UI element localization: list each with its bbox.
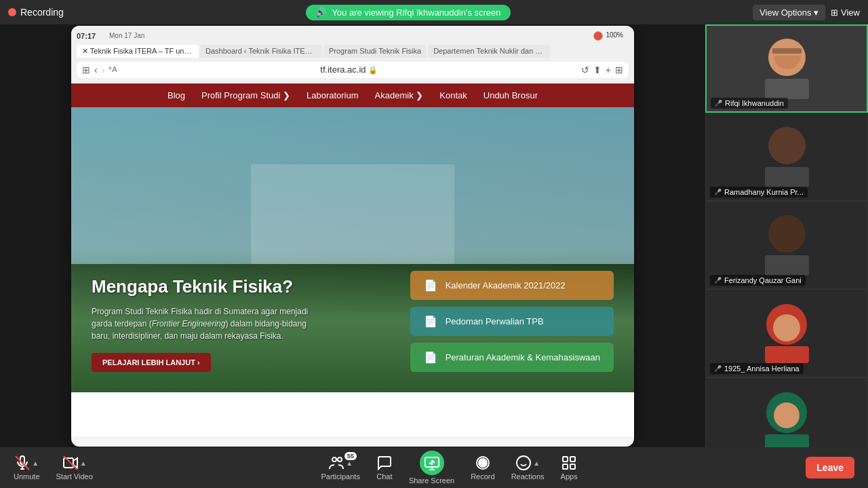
apps-label: Apps xyxy=(561,472,578,481)
svg-rect-20 xyxy=(570,464,575,469)
browser-frame: 07:17 Mon 17 Jan 100% ✕ Teknik Fisika IT… xyxy=(71,26,634,447)
browser-tab-3[interactable]: Program Studi Teknik Fisika xyxy=(323,45,427,58)
hero-section: Mengapa Teknik Fisika? Program Studi Tek… xyxy=(71,107,634,392)
nav-blog[interactable]: Blog xyxy=(167,90,185,100)
battery-percent: 100% xyxy=(606,31,623,41)
chat-label: Chat xyxy=(376,472,392,481)
video-expand-icon[interactable]: ▲ xyxy=(80,459,87,467)
people-icon xyxy=(328,455,344,471)
card-kalender[interactable]: 📄 Kalender Akademik 2021/2022 xyxy=(410,271,614,300)
url-bar[interactable]: tf.itera.ac.id 🔒 xyxy=(121,64,577,75)
card-peraturan[interactable]: 📄 Peraturan Akademik & Kemahasiswaan xyxy=(410,343,614,372)
record-label: Record xyxy=(471,472,494,481)
apps-button[interactable]: Apps xyxy=(561,455,578,481)
browser-time: 07:17 xyxy=(77,32,104,40)
reactions-button[interactable]: ▲ Reactions xyxy=(511,455,545,481)
svg-rect-4 xyxy=(64,458,73,468)
participant-card-rifqi: 🎤 Rifqi Ikhwanuddin xyxy=(705,24,868,113)
website-content: Blog Profil Program Studi ❯ Laboratorium… xyxy=(71,83,634,436)
apps-icon xyxy=(561,455,577,471)
site-navigation: Blog Profil Program Studi ❯ Laboratorium… xyxy=(71,83,634,107)
speaker-icon: 🔊 xyxy=(315,7,326,18)
nav-brosur[interactable]: Unduh Brosur xyxy=(484,90,538,100)
participants-expand-icon[interactable]: ▲ xyxy=(346,459,353,467)
share-screen-icon-wrap xyxy=(420,451,444,475)
record-icon-wrap xyxy=(475,455,491,471)
chat-icon-wrap xyxy=(376,455,393,471)
font-size-control[interactable]: ᴬA xyxy=(108,65,117,74)
unmute-expand-icon[interactable]: ▲ xyxy=(32,459,39,467)
mic-muted-icon-3: 🎤 xyxy=(714,277,722,284)
back-icon[interactable]: ‹ xyxy=(94,64,98,75)
chat-icon xyxy=(376,455,393,471)
chat-button[interactable]: Chat xyxy=(376,455,393,481)
lock-icon: 🔒 xyxy=(368,66,378,74)
recording-label: Recording xyxy=(20,7,64,18)
cta-label: PELAJARI LEBIH LANJUT › xyxy=(102,358,200,367)
new-tab-icon[interactable]: + xyxy=(606,64,611,75)
mic-icon xyxy=(14,455,31,471)
forward-icon[interactable]: › xyxy=(102,64,105,75)
participant-name-annisa: 🎤 1925_ Annisa Herliana xyxy=(710,363,804,374)
toolbar-right-group: Leave xyxy=(806,457,854,478)
video-icon xyxy=(62,455,79,471)
participant-card-ramadhany: 🎤 Ramadhany Kurnia Pr... xyxy=(705,113,868,201)
card-pedoman[interactable]: 📄 Pedoman Perwalian TPB xyxy=(410,307,614,336)
cta-button[interactable]: PELAJARI LEBIH LANJUT › xyxy=(92,353,211,372)
recording-indicator: Recording xyxy=(8,7,64,18)
reactions-icon xyxy=(515,455,532,471)
participant-card-devi: 🎤 DEVI TRIANA xyxy=(705,377,868,447)
hero-description: Program Studi Teknik Fisika hadir di Sum… xyxy=(92,305,309,342)
tabs-icon[interactable]: ⊞ xyxy=(615,64,623,75)
view-options-button[interactable]: View Options ▾ xyxy=(753,5,825,20)
reactions-label: Reactions xyxy=(511,472,545,481)
url-text: tf.itera.ac.id xyxy=(320,64,366,75)
toolbar-left-group: ▲ Unmute ▲ Start Video xyxy=(14,455,93,481)
nav-kontak[interactable]: Kontak xyxy=(439,90,467,100)
unmute-label: Unmute xyxy=(14,472,40,481)
screen-share-text: You are viewing Rifqi Ikhwanuddin's scre… xyxy=(332,7,500,18)
nav-profil[interactable]: Profil Program Studi ❯ xyxy=(201,90,290,100)
mic-muted-icon: 🎤 xyxy=(715,100,722,107)
reactions-icon-wrap: ▲ xyxy=(515,455,540,471)
browser-tab-active[interactable]: ✕ Teknik Fisika ITERA – TF untuk Su... xyxy=(77,45,199,58)
unmute-icon-wrap: ▲ xyxy=(14,455,39,471)
share-screen-icon xyxy=(424,455,440,471)
document-icon-3: 📄 xyxy=(424,351,437,364)
svg-point-8 xyxy=(338,457,342,462)
participant-video-devi xyxy=(706,378,867,447)
svg-point-7 xyxy=(332,457,336,462)
nav-akademik[interactable]: Akademik ❯ xyxy=(375,90,424,100)
share-icon[interactable]: ⬆ xyxy=(593,64,601,75)
recording-dot xyxy=(8,8,16,16)
browser-tabs: ✕ Teknik Fisika ITERA – TF untuk Su... D… xyxy=(77,45,629,58)
chevron-down-icon: ▾ xyxy=(814,7,818,18)
nav-lab[interactable]: Laboratorium xyxy=(307,90,359,100)
hero-title: Mengapa Teknik Fisika? xyxy=(92,276,397,297)
toolbar-center-group: 55 ▲ Participants Chat xyxy=(321,451,577,485)
browser-chrome: 07:17 Mon 17 Jan 100% ✕ Teknik Fisika IT… xyxy=(71,26,634,83)
record-button[interactable]: Record xyxy=(471,455,494,481)
browser-tab-4[interactable]: Departemen Teknik Nuklir dan Tek... xyxy=(428,45,550,58)
mic-muted-icon-4: 🎤 xyxy=(714,365,722,372)
leave-button[interactable]: Leave xyxy=(806,457,854,478)
leave-label: Leave xyxy=(816,462,844,473)
document-icon: 📄 xyxy=(424,279,437,292)
participants-icon-wrap: 55 ▲ xyxy=(328,455,353,471)
view-button[interactable]: ⊞ View xyxy=(831,7,860,18)
apps-icon-wrap xyxy=(561,455,577,471)
browser-top-row: 07:17 Mon 17 Jan 100% xyxy=(77,31,629,41)
sidebar-toggle-icon[interactable]: ⊞ xyxy=(82,64,90,75)
reactions-expand-icon[interactable]: ▲ xyxy=(533,459,540,467)
participants-button[interactable]: 55 ▲ Participants xyxy=(321,455,359,481)
browser-toolbar: ⊞ ‹ › ᴬA tf.itera.ac.id 🔒 ↺ ⬆ + ⊞ xyxy=(77,62,629,78)
start-video-button[interactable]: ▲ Start Video xyxy=(56,455,93,481)
refresh-icon[interactable]: ↺ xyxy=(581,64,589,75)
name-label-2: Ramadhany Kurnia Pr... xyxy=(724,188,804,196)
start-video-label: Start Video xyxy=(56,472,93,481)
browser-tab-2[interactable]: Dashboard ‹ Teknik Fisika ITERA... xyxy=(200,45,322,58)
unmute-button[interactable]: ▲ Unmute xyxy=(14,455,40,481)
building-silhouette xyxy=(251,164,454,264)
card-label-2: Pedoman Perwalian TPB xyxy=(446,316,544,326)
share-screen-button[interactable]: Share Screen xyxy=(409,451,454,485)
